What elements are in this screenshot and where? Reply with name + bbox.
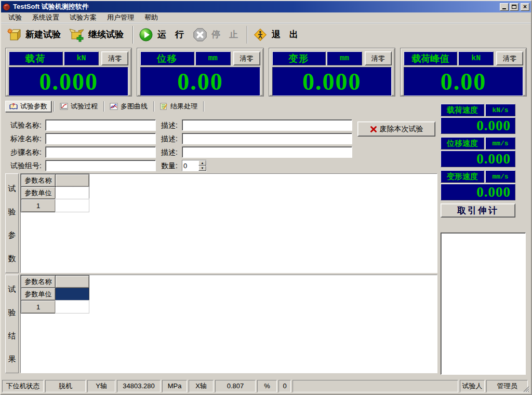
- desc1-input[interactable]: [182, 119, 352, 131]
- status-y-axis-value: 34803.280: [117, 380, 161, 392]
- menu-test[interactable]: 试验: [3, 12, 27, 23]
- tab-test-params[interactable]: ? 试验参数: [5, 101, 51, 112]
- app-icon: [3, 3, 10, 11]
- title-bar: TestSoft 试验机测控软件 ×: [1, 1, 531, 12]
- status-x-axis-value: 0.807: [215, 380, 256, 392]
- run-button[interactable]: 运 行: [136, 24, 190, 45]
- step-name-input[interactable]: [45, 146, 156, 158]
- minimize-icon: [502, 8, 506, 9]
- quantity-stepper: ▲ ▼: [182, 160, 207, 171]
- exit-button[interactable]: 退 出: [250, 24, 304, 45]
- load-display-panel: 载荷 kN 清零 0.000: [6, 48, 131, 96]
- test-name-input[interactable]: [45, 119, 156, 131]
- continue-test-button[interactable]: 继续试验: [67, 24, 130, 45]
- param-grid-cell-focused[interactable]: [55, 186, 89, 199]
- new-test-label: 新建试验: [25, 29, 61, 40]
- tab-multi-curves[interactable]: 多图曲线: [106, 101, 151, 112]
- menu-help[interactable]: 帮助: [139, 12, 163, 23]
- tab-multi-curves-label: 多图曲线: [121, 102, 148, 111]
- menu-bar: 试验 系统设置 试验方案 用户管理 帮助: [1, 12, 531, 23]
- minimize-button[interactable]: [500, 3, 509, 11]
- status-operator-name: 管理员: [486, 380, 528, 392]
- speed-column: 载荷速度 kN/s 0.000 位移速度 mm/s 0.000 变形速度 mm/…: [441, 100, 529, 378]
- test-results-grid[interactable]: 参数名称 参数单位 1: [20, 275, 437, 373]
- curves-tab-icon: [110, 102, 118, 111]
- deformation-clear-button[interactable]: 清零: [365, 51, 392, 65]
- result-grid-cell-selected[interactable]: [55, 288, 89, 301]
- menu-user-management[interactable]: 用户管理: [102, 12, 139, 23]
- deformation-speed-value: 0.000: [441, 184, 515, 200]
- status-y-axis-unit: MPa: [162, 380, 187, 392]
- exit-label: 退 出: [272, 29, 298, 40]
- close-button[interactable]: ×: [521, 3, 529, 11]
- main-area: ? 试验参数 试验过程: [1, 99, 531, 378]
- run-icon: [138, 27, 154, 43]
- run-label: 运 行: [157, 29, 184, 40]
- toolbar: 新建试验 继续试验 运 行: [1, 23, 531, 46]
- test-params-section: 试验参数 参数名称 参数单位 1: [5, 173, 437, 273]
- load-clear-button[interactable]: 清零: [101, 51, 128, 65]
- toolbar-separator: [247, 26, 248, 44]
- result-name-header: 参数名称: [21, 275, 56, 288]
- group-no-label: 试验组号:: [10, 161, 42, 171]
- desc2-input[interactable]: [182, 133, 352, 144]
- group-no-input[interactable]: [45, 160, 156, 171]
- peak-load-clear-button[interactable]: 清零: [496, 51, 523, 65]
- new-test-button[interactable]: 新建试验: [4, 24, 67, 45]
- result-grid-cell[interactable]: [55, 300, 89, 314]
- resize-grip[interactable]: [522, 385, 529, 392]
- stop-button[interactable]: 停 止: [190, 24, 244, 45]
- quantity-down-button[interactable]: ▼: [198, 166, 206, 171]
- window-title: TestSoft 试验机测控软件: [13, 2, 497, 11]
- param-row1-header: 1: [21, 199, 56, 212]
- tab-results[interactable]: 结果处理: [156, 101, 201, 112]
- quantity-input[interactable]: [182, 160, 198, 171]
- status-x-axis-unit: %: [257, 380, 277, 392]
- peak-load-unit: kN: [458, 51, 494, 65]
- tab-test-process-label: 试验过程: [71, 102, 98, 111]
- status-controller-state-label: 下位机状态: [2, 380, 44, 392]
- standard-name-input[interactable]: [45, 133, 156, 144]
- param-name-header: 参数名称: [21, 174, 56, 187]
- message-list-box[interactable]: [441, 233, 526, 375]
- result-unit-header: 参数单位: [21, 288, 56, 301]
- test-params-grid[interactable]: 参数名称 参数单位 1: [20, 173, 437, 273]
- displacement-unit: mm: [195, 51, 231, 65]
- load-speed-panel: 载荷速度 kN/s 0.000: [441, 104, 515, 134]
- standard-name-label: 标准名称:: [10, 134, 42, 144]
- red-x-icon: [370, 126, 377, 133]
- continue-test-label: 继续试验: [88, 29, 124, 40]
- status-bar: 下位机状态 脱机 Y轴 34803.280 MPa X轴 0.807 % 0 试…: [1, 378, 531, 394]
- status-offline: 脱机: [45, 380, 86, 392]
- results-tab-icon: [159, 102, 168, 111]
- test-results-section: 试验结果 参数名称 参数单位 1: [5, 275, 437, 373]
- displacement-display-panel: 位移 mm 清零 0.00: [137, 48, 263, 96]
- result-grid-cell[interactable]: [55, 275, 89, 288]
- params-tab-icon: ?: [9, 102, 18, 111]
- status-y-axis-label: Y轴: [87, 380, 115, 392]
- extensometer-button[interactable]: 取引伸计: [441, 203, 515, 217]
- discard-test-button[interactable]: 废除本次试验: [357, 121, 435, 137]
- tab-test-process[interactable]: 试验过程: [56, 101, 101, 112]
- desc3-input[interactable]: [182, 146, 352, 158]
- tab-results-label: 结果处理: [170, 102, 197, 111]
- param-grid-cell[interactable]: [55, 174, 89, 187]
- peak-load-title: 载荷峰值: [404, 51, 458, 65]
- deformation-display-panel: 变形 mm 清零 0.000: [269, 48, 395, 96]
- maximize-button[interactable]: [510, 3, 518, 11]
- load-unit: kN: [64, 51, 99, 65]
- process-tab-icon: [60, 102, 68, 111]
- menu-test-scheme[interactable]: 试验方案: [64, 12, 102, 23]
- displacement-speed-title: 位移速度: [441, 137, 484, 149]
- param-unit-header: 参数单位: [21, 186, 56, 199]
- display-panel-row: 载荷 kN 清零 0.000 位移 mm 清零 0.00 变形 mm 清零 0.…: [1, 46, 531, 99]
- maximize-icon: [512, 5, 516, 9]
- stop-icon: [192, 27, 208, 43]
- displacement-clear-button[interactable]: 清零: [233, 51, 260, 65]
- deformation-speed-panel: 变形速度 mm/s 0.000: [441, 170, 515, 200]
- param-grid-cell[interactable]: [55, 199, 89, 212]
- test-results-side-label: 试验结果: [5, 275, 19, 373]
- quantity-up-button[interactable]: ▲: [198, 160, 206, 166]
- menu-system-settings[interactable]: 系统设置: [27, 12, 64, 23]
- displacement-value: 0.00: [140, 67, 260, 96]
